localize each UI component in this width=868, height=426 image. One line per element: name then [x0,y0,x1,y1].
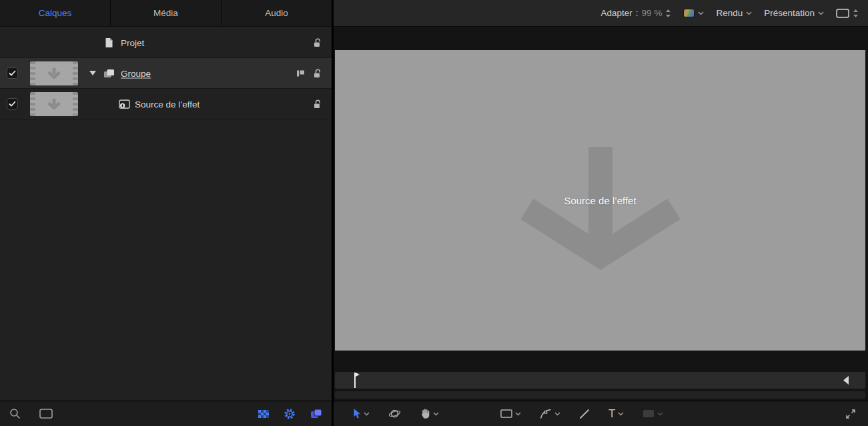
zoom-label: Adapter [601,9,632,18]
text-tool[interactable]: T [608,408,624,419]
canvas-viewport: Source de l’effet [334,27,868,401]
chevron-down-icon [746,11,752,15]
filters-toggle-icon[interactable] [310,409,322,419]
tab-audio-label: Audio [265,8,288,18]
chevron-down-icon [657,412,663,416]
render-dropdown[interactable]: Rendu [716,9,752,18]
chevron-down-icon [618,412,624,416]
stroke-tool[interactable] [579,409,590,419]
clone-tool [642,409,663,418]
thumbnail-rail [30,92,35,116]
tab-calques-label: Calques [39,8,72,18]
display-layout-icon [836,9,849,18]
stroke-tool-icon [579,409,590,419]
stepper-icon [665,9,671,18]
view-label: Présentation [764,9,815,18]
display-layout-control[interactable] [836,9,859,18]
group-icon [103,69,115,78]
panel-tab-bar: Calques Média Audio [0,0,332,27]
canvas[interactable]: Source de l’effet [335,50,865,351]
rectangle-tool[interactable] [500,409,521,418]
thumbnail-arrow-icon [46,97,62,112]
tab-media-label: Média [153,8,178,18]
pan-tool[interactable] [420,408,439,419]
chevron-down-icon [364,412,370,416]
masks-toggle-icon[interactable] [258,410,269,418]
chevron-down-icon [554,412,560,416]
lock-icon[interactable] [314,68,322,78]
canvas-placeholder-label: Source de l’effet [564,195,636,206]
thumbnail-rail [73,92,78,116]
checkbox-check-icon [9,101,16,107]
panel-toggle-group [258,408,322,420]
behaviors-toggle-icon[interactable] [284,408,296,420]
transform-3d-tool-icon [388,408,401,419]
group-thumbnail[interactable] [30,61,78,85]
chevron-down-icon [818,11,824,15]
zoom-value: 99 % [642,9,663,18]
playhead-icon[interactable] [352,373,360,388]
canvas-tools-bar: T [334,401,868,426]
disclosure-triangle-icon[interactable] [89,71,96,75]
effect-source-label: Source de l’effet [135,99,199,109]
chevron-down-icon [433,412,439,416]
tab-audio[interactable]: Audio [222,0,332,26]
layer-row-effect-source[interactable]: Source de l’effet [0,89,332,120]
thumbnail-rail [30,61,35,85]
stepper-icon [853,9,859,18]
mini-timeline[interactable] [335,372,865,389]
canvas-toolbar: Adapter : 99 % Rendu Présentation [334,0,868,27]
tab-media[interactable]: Média [111,0,222,26]
timeline-scrollbar[interactable] [335,391,865,399]
canvas-panel: Adapter : 99 % Rendu Présentation [334,0,868,426]
text-tool-icon: T [608,408,615,419]
range-end-icon[interactable] [843,375,849,385]
layer-row-project[interactable]: Projet [0,27,332,58]
layer-row-group[interactable]: Groupe [0,58,332,89]
tab-calques[interactable]: Calques [0,0,111,26]
bezier-tool[interactable] [540,409,560,419]
lock-icon[interactable] [314,99,322,109]
group-activation-checkbox[interactable] [7,67,18,79]
expand-icon[interactable] [845,409,856,419]
channels-dropdown[interactable] [683,9,704,17]
chevron-down-icon [515,412,521,416]
view-dropdown[interactable]: Présentation [764,9,824,18]
clone-tool-icon [642,409,655,418]
search-icon[interactable] [9,408,21,419]
channels-swatch-icon [683,9,695,17]
pan-tool-icon [420,408,430,419]
preview-column-icon[interactable] [39,409,53,419]
source-activation-checkbox[interactable] [7,98,18,110]
thumbnail-arrow-icon [46,67,62,81]
project-icon [105,37,113,48]
render-label: Rendu [716,9,743,18]
layers-panel-toolbar [0,401,332,426]
layers-list: Projet [0,27,332,120]
rect-tool-icon [500,409,512,418]
lock-icon[interactable] [314,37,322,47]
checkbox-check-icon [9,70,16,76]
group-2d-3d-icon[interactable] [296,69,305,77]
zoom-control[interactable]: Adapter : 99 % [601,9,672,18]
select-tool[interactable] [352,408,370,419]
group-label: Groupe [121,68,151,78]
chevron-down-icon [698,11,704,15]
project-label: Projet [121,37,144,47]
bezier-tool-icon [540,409,552,419]
zoom-separator: : [636,9,638,18]
select-tool-icon [352,408,361,419]
motion-window: Calques Média Audio Projet [0,0,868,426]
transform-3d-tool[interactable] [388,408,401,419]
source-thumbnail[interactable] [30,92,78,116]
effect-source-icon [119,99,130,109]
thumbnail-rail [73,61,78,85]
layers-panel: Calques Média Audio Projet [0,0,332,426]
